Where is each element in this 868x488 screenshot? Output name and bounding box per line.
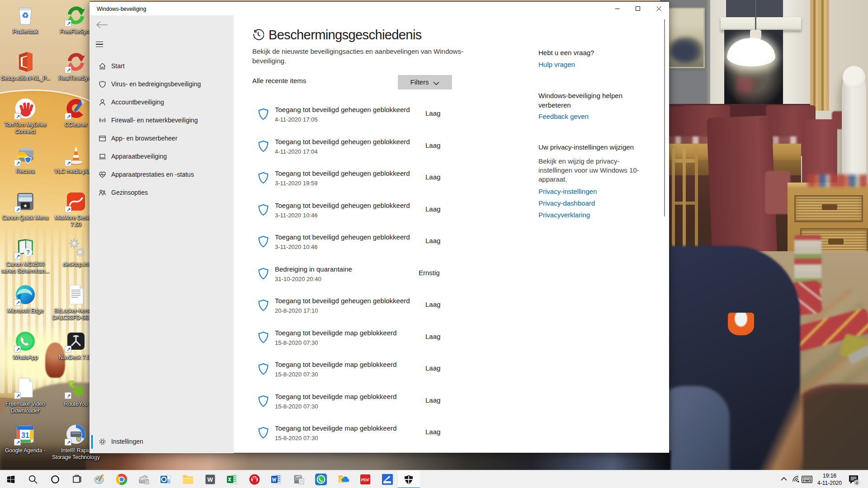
svg-text:W: W <box>208 476 213 483</box>
svg-text:★: ★ <box>23 203 28 208</box>
svg-text:PDF: PDF <box>361 477 370 482</box>
svg-text:4: 4 <box>855 480 858 485</box>
svg-text:31: 31 <box>21 432 29 439</box>
svg-text:?: ? <box>26 249 30 256</box>
svg-text:♻: ♻ <box>22 11 28 20</box>
